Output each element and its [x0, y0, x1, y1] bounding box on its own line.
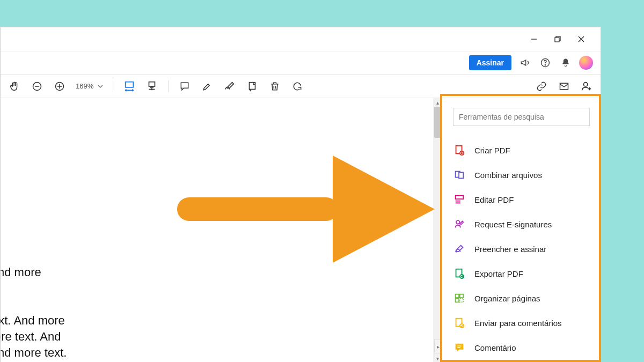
tool-create-pdf[interactable]: Criar PDF [453, 138, 590, 162]
svg-point-18 [584, 82, 588, 86]
svg-rect-14 [149, 82, 155, 86]
share-user-icon[interactable] [580, 80, 593, 93]
tool-label: Exportar PDF [474, 269, 523, 278]
scroll-down-icon[interactable]: ▾ [433, 354, 442, 362]
tool-export-pdf[interactable]: Exportar PDF [453, 261, 590, 286]
svg-rect-35 [456, 299, 459, 302]
rotate-icon[interactable] [291, 80, 304, 93]
tool-request-esignatures[interactable]: Request E-signatures [453, 212, 590, 237]
svg-point-30 [456, 220, 459, 224]
tools-list: Criar PDF Combinar arquivos Editar PDF [453, 138, 590, 360]
tool-label: Editar PDF [474, 195, 514, 204]
tool-combine-files[interactable]: Combinar arquivos [453, 162, 590, 187]
secondary-toolbar: 169% [1, 75, 601, 98]
export-pdf-icon [453, 267, 466, 280]
document-text: ext. And more ore text. And more nd more… [1, 264, 67, 361]
bell-icon[interactable] [559, 56, 573, 70]
tool-label: Criar PDF [474, 146, 510, 155]
tool-organize-pages[interactable]: Organizar páginas [453, 286, 590, 311]
svg-rect-26 [459, 172, 463, 178]
svg-point-6 [545, 65, 545, 65]
tool-label: Preencher e assinar [474, 245, 546, 254]
request-signature-icon [453, 218, 466, 231]
separator [113, 80, 113, 92]
tools-panel: Criar PDF Combinar arquivos Editar PDF [442, 98, 601, 362]
panel-collapse-handle[interactable]: ▸ [434, 339, 442, 353]
document-view[interactable]: ext. And more ore text. And more nd more… [1, 98, 433, 362]
separator [168, 80, 169, 92]
note-comment-icon[interactable] [178, 80, 191, 93]
content-area: ext. And more ore text. And more nd more… [1, 98, 601, 362]
tool-label: Organizar páginas [474, 294, 540, 303]
delete-icon[interactable] [268, 80, 281, 93]
tool-label: Combinar arquivos [474, 171, 542, 180]
email-icon[interactable] [558, 80, 570, 93]
sign-pen-icon[interactable] [223, 80, 236, 93]
send-comments-icon [453, 316, 466, 329]
edit-pdf-icon [453, 193, 466, 206]
fit-page-icon[interactable] [145, 80, 158, 93]
svg-rect-33 [456, 294, 459, 298]
sign-button[interactable]: Assinar [469, 55, 511, 70]
combine-files-icon [453, 168, 466, 181]
tool-label: Comentário [474, 343, 516, 352]
window-restore-button[interactable] [546, 29, 569, 49]
tool-label: Enviar para comentários [474, 319, 562, 328]
scroll-up-icon[interactable]: ▴ [433, 98, 442, 107]
svg-rect-12 [126, 82, 134, 87]
svg-rect-36 [460, 299, 463, 302]
window-close-button[interactable] [569, 29, 593, 49]
tool-fill-sign[interactable]: Preencher e assinar [453, 237, 590, 261]
create-pdf-icon [453, 144, 466, 157]
link-icon[interactable] [535, 80, 548, 93]
zoom-dropdown[interactable]: 169% [76, 82, 103, 90]
svg-rect-16 [250, 82, 255, 89]
user-avatar[interactable] [579, 56, 593, 70]
tool-label: Request E-signatures [474, 220, 552, 229]
tool-send-for-comments[interactable]: Enviar para comentários [453, 311, 590, 335]
help-icon[interactable] [538, 56, 552, 70]
svg-rect-34 [460, 294, 463, 298]
tool-comment[interactable]: Comentário [453, 335, 590, 360]
highlight-icon[interactable] [201, 80, 214, 93]
window-minimize-button[interactable] [522, 29, 546, 49]
comment-icon [453, 341, 466, 354]
organize-pages-icon [453, 292, 466, 305]
tool-edit-pdf[interactable]: Editar PDF [453, 187, 590, 212]
window-titlebar [1, 27, 601, 51]
scroll-thumb[interactable] [434, 107, 441, 138]
zoom-out-icon[interactable] [31, 80, 43, 93]
zoom-in-icon[interactable] [53, 80, 66, 93]
svg-rect-27 [456, 196, 464, 199]
fill-sign-icon [453, 242, 466, 255]
svg-rect-2 [555, 38, 559, 42]
hand-pan-icon[interactable] [8, 80, 21, 93]
megaphone-icon[interactable] [518, 56, 532, 70]
zoom-value: 169% [76, 82, 93, 90]
vertical-scrollbar[interactable]: ▴ ▾ [433, 98, 442, 362]
app-window: Assinar [0, 27, 601, 362]
fit-width-icon[interactable] [123, 80, 136, 93]
stamp-icon[interactable] [246, 80, 259, 93]
tools-search-input[interactable] [453, 108, 590, 126]
top-ribbon: Assinar [1, 51, 601, 75]
